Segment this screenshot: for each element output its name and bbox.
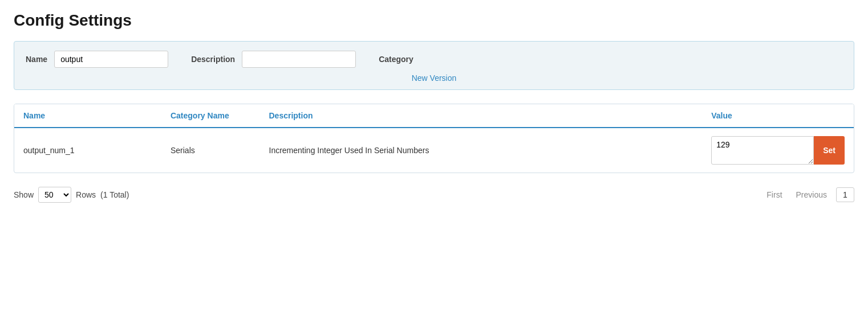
col-header-value: Value [702, 104, 854, 128]
col-header-description: Description [260, 104, 703, 128]
table-row: output_num_1SerialsIncrementing Integer … [14, 128, 854, 173]
show-label: Show [14, 190, 34, 199]
col-header-category: Category Name [161, 104, 260, 128]
rows-label: Rows [76, 190, 96, 199]
table-body: output_num_1SerialsIncrementing Integer … [14, 128, 854, 173]
cell-name: output_num_1 [14, 128, 161, 173]
first-button[interactable]: First [762, 188, 786, 202]
value-textarea[interactable] [711, 136, 814, 165]
name-filter-field: Name [26, 51, 168, 68]
description-filter-label: Description [191, 55, 235, 64]
value-cell-container: Set [711, 136, 845, 165]
show-rows-control: Show 102550100 Rows (1 Total) [14, 187, 129, 203]
pagination-controls: First Previous 1 [762, 187, 854, 202]
table-header-row: Name Category Name Description Value [14, 104, 854, 128]
rows-select[interactable]: 102550100 [38, 187, 71, 203]
table-header: Name Category Name Description Value [14, 104, 854, 128]
category-filter-label: Category [379, 55, 413, 64]
category-filter-field: Category [379, 55, 413, 64]
name-filter-label: Name [26, 55, 47, 64]
cell-category: Serials [161, 128, 260, 173]
config-table-container: Name Category Name Description Value out… [14, 104, 854, 173]
previous-button[interactable]: Previous [792, 188, 832, 202]
col-header-name: Name [14, 104, 161, 128]
name-filter-input[interactable] [54, 51, 168, 68]
description-filter-input[interactable] [242, 51, 356, 68]
page-title: Config Settings [14, 11, 854, 30]
current-page: 1 [836, 187, 854, 202]
cell-value: Set [702, 128, 854, 173]
new-version-row: New Version [26, 73, 842, 83]
new-version-link[interactable]: New Version [412, 73, 457, 83]
total-label: (1 Total) [100, 190, 129, 199]
filter-panel: Name Description Category New Version [14, 41, 854, 90]
pagination-bar: Show 102550100 Rows (1 Total) First Prev… [14, 182, 854, 207]
config-table: Name Category Name Description Value out… [14, 104, 854, 173]
description-filter-field: Description [191, 51, 356, 68]
filter-row: Name Description Category [26, 51, 842, 68]
set-button[interactable]: Set [814, 136, 845, 165]
cell-description: Incrementing Integer Used In Serial Numb… [260, 128, 703, 173]
